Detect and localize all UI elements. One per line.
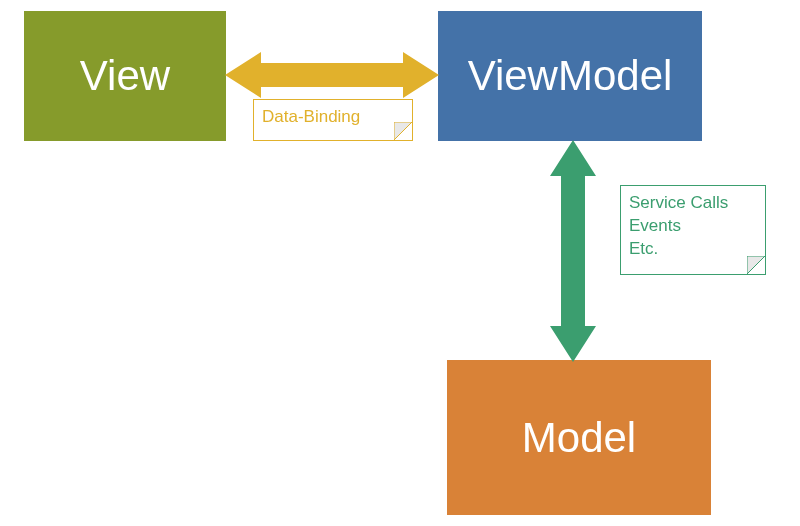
note-data-binding-text: Data-Binding [262, 107, 360, 126]
note-service-calls: Service Calls Events Etc. [620, 185, 766, 275]
note-data-binding: Data-Binding [253, 99, 413, 141]
note-service-line2: Events [629, 215, 755, 238]
box-view: View [24, 11, 226, 141]
note-fold-icon [747, 256, 765, 274]
note-service-line3: Etc. [629, 238, 755, 261]
note-fold-icon [394, 122, 412, 140]
note-service-line1: Service Calls [629, 192, 755, 215]
box-model: Model [447, 360, 711, 515]
box-viewmodel: ViewModel [438, 11, 702, 141]
arrow-view-viewmodel [225, 50, 439, 100]
arrow-viewmodel-model [548, 140, 598, 362]
svg-marker-0 [225, 52, 439, 98]
svg-marker-1 [550, 140, 596, 362]
